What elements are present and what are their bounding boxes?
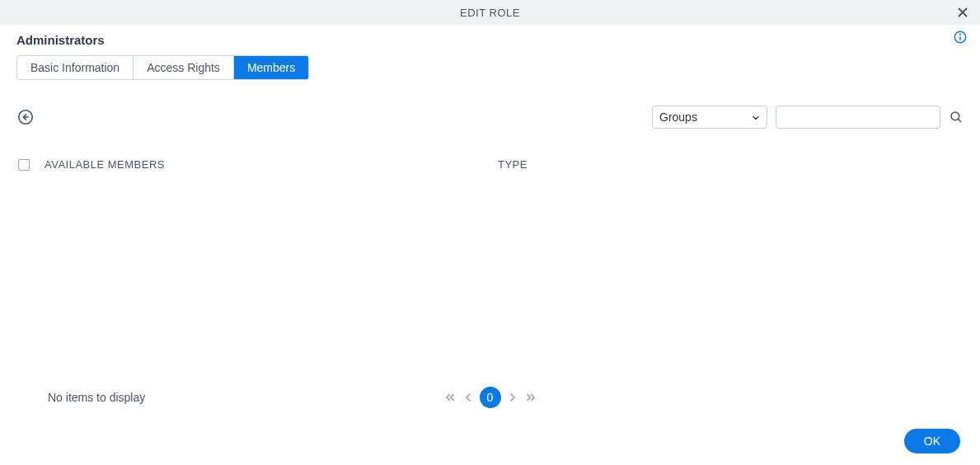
table-footer: No items to display 0 — [16, 385, 964, 410]
select-all-checkbox[interactable] — [18, 159, 30, 171]
ok-button[interactable]: OK — [904, 429, 960, 453]
close-icon[interactable] — [955, 5, 970, 20]
pagination: 0 — [443, 387, 537, 408]
filter-type-value: Groups — [652, 106, 767, 129]
column-available-members: AVAILABLE MEMBERS — [45, 158, 498, 171]
modal-header: EDIT ROLE — [0, 0, 980, 25]
next-page-icon[interactable] — [506, 391, 519, 404]
tab-basic-information[interactable]: Basic Information — [17, 56, 134, 79]
role-name: Administrators — [16, 33, 964, 47]
info-icon[interactable] — [953, 30, 968, 45]
svg-point-4 — [960, 34, 961, 35]
current-page[interactable]: 0 — [480, 387, 501, 408]
prev-page-icon[interactable] — [462, 391, 475, 404]
column-type: TYPE — [498, 158, 528, 171]
svg-line-8 — [958, 119, 961, 122]
first-page-icon[interactable] — [443, 391, 457, 404]
empty-message: No items to display — [48, 391, 145, 404]
tab-members[interactable]: Members — [234, 56, 308, 79]
action-row: OK — [904, 429, 960, 453]
toolbar: Groups — [16, 105, 964, 129]
search-icon[interactable] — [949, 110, 964, 124]
last-page-icon[interactable] — [524, 391, 537, 404]
table-header: AVAILABLE MEMBERS TYPE — [16, 158, 964, 171]
svg-point-7 — [951, 112, 959, 120]
back-icon[interactable] — [16, 108, 35, 126]
tab-access-rights[interactable]: Access Rights — [134, 56, 234, 79]
tabs: Basic Information Access Rights Members — [16, 55, 309, 80]
modal-title: EDIT ROLE — [460, 7, 520, 19]
search-input[interactable] — [776, 106, 940, 129]
filter-type-select[interactable]: Groups — [652, 106, 767, 129]
table-body — [16, 171, 964, 377]
modal-content: Administrators Basic Information Access … — [0, 25, 980, 410]
